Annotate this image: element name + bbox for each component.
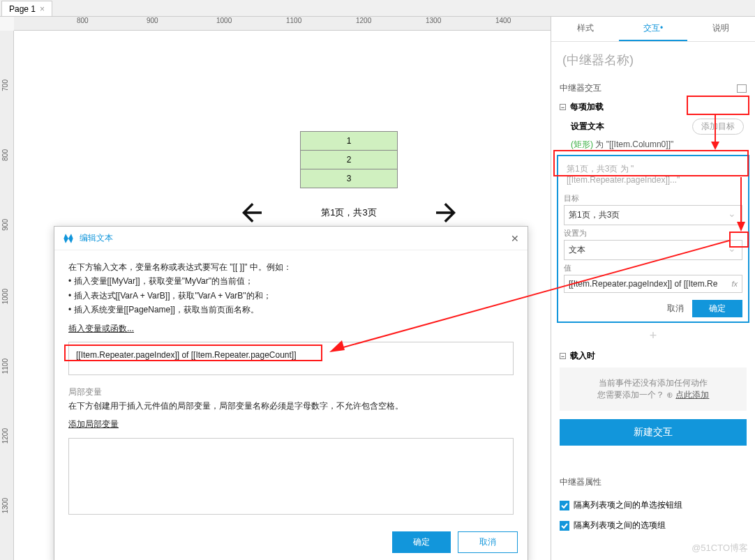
tab-notes[interactable]: 说明 <box>687 17 755 41</box>
action-target-green: (矩形) <box>571 139 593 149</box>
new-interaction-button[interactable]: 新建交互 <box>560 419 747 446</box>
repeater-row[interactable]: 1 <box>300 131 398 151</box>
section-label: 中继器交互 <box>560 82 601 94</box>
config-cancel[interactable]: 取消 <box>667 303 684 315</box>
popout-icon[interactable] <box>737 84 747 93</box>
instruction-bullet: • 插入系统变量[[PageName]]，获取当前页面名称。 <box>68 303 514 317</box>
inspector-tabs: 样式 交互• 说明 <box>551 17 755 42</box>
event-name: 每项加载 <box>570 101 604 113</box>
add-action-link[interactable]: 点此添加 <box>675 390 709 400</box>
page-tab[interactable]: Page 1 × <box>1 1 52 16</box>
expression-text: [[Item.Repeater.pageIndex]] of [[Item.Re… <box>76 350 297 360</box>
chevron-updown-icon: ⌄ <box>728 243 736 254</box>
widget-name-placeholder[interactable]: (中继器名称) <box>551 42 755 78</box>
dialog-title: 编辑文本 <box>80 232 113 244</box>
ruler-tick: 1300 <box>1 498 9 513</box>
ruler-tick: 1000 <box>216 17 232 24</box>
event-item-load[interactable]: − 每项加载 <box>551 98 755 116</box>
ruler-tick: 1300 <box>426 17 441 24</box>
event-load[interactable]: − 载入时 <box>551 347 755 365</box>
app-logo-icon <box>63 233 74 244</box>
fx-icon[interactable]: fx <box>731 280 738 288</box>
edit-text-dialog: 编辑文本 ✕ 在下方输入文本，变量名称或表达式要写在 "[[ ]]" 中。例如：… <box>54 226 528 560</box>
value-text: [[Item.Repeater.pageIndex]] of [[Item.Re <box>569 279 717 289</box>
target-value: 第1页，共3页 <box>569 210 620 220</box>
page-indicator: 第1页，共3页 <box>321 206 376 219</box>
local-var-header: 局部变量 <box>68 385 514 399</box>
section-repeater-props: 中继器属性 <box>551 472 755 492</box>
instruction-line: 在下方输入文本，变量名称或表达式要写在 "[[ ]]" 中。例如： <box>68 260 514 274</box>
expression-textarea[interactable]: [[Item.Repeater.pageIndex]] of [[Item.Re… <box>68 342 514 375</box>
ruler-tick: 800 <box>1 149 9 161</box>
setas-select[interactable]: 文本 ⌄ <box>564 240 742 260</box>
document-tab-bar: Page 1 × <box>0 0 755 17</box>
empty-actions-box: 当前事件还没有添加任何动作 您需要添加一个？ ⊕ 点此添加 <box>560 368 747 411</box>
insert-var-link[interactable]: 插入变量或函数... <box>68 321 134 335</box>
value-label: 值 <box>564 263 742 273</box>
action-name: 设置文本 <box>571 121 604 133</box>
target-select[interactable]: 第1页，共3页 ⌄ <box>564 205 742 225</box>
section-label: 中继器属性 <box>560 476 601 488</box>
checkbox-label: 隔离列表项之间的选项组 <box>574 520 666 531</box>
add-target-button[interactable]: 添加目标 <box>692 119 744 135</box>
config-ok[interactable]: 确定 <box>692 300 742 317</box>
checkbox-label: 隔离列表项之间的单选按钮组 <box>574 499 682 511</box>
add-case-button[interactable]: + <box>551 328 755 347</box>
dialog-cancel-button[interactable]: 取消 <box>458 531 518 553</box>
checkbox-checked-icon <box>560 521 569 531</box>
instruction-bullet: • 插入表达式[[VarA + VarB]]，获取"VarA + VarB"的和… <box>68 289 514 303</box>
watermark: @51CTO博客 <box>692 542 748 554</box>
ruler-tick: 1400 <box>495 17 511 24</box>
chevron-updown-icon: ⌄ <box>728 208 736 219</box>
checkbox-isolate-selection[interactable]: 隔离列表项之间的选项组 <box>560 515 747 536</box>
repeater-widget[interactable]: 1 2 3 <box>300 132 398 188</box>
local-var-desc: 在下方创建用于插入元件值的局部变量，局部变量名称必须是字母数字，不允许包含空格。 <box>68 399 514 413</box>
setas-label: 设置为 <box>564 228 742 239</box>
action-description: (矩形) 为 "[[Item.Column0]]" <box>551 137 755 155</box>
instruction-bullet: • 插入变量[[MyVar]]，获取变量"MyVar"的当前值； <box>68 274 514 288</box>
inspector-body: (中继器名称) 中继器交互 − 每项加载 设置文本 添加目标 (矩形) 为 "[… <box>551 42 755 560</box>
local-var-area[interactable] <box>68 438 514 515</box>
page-tab-label: Page 1 <box>9 4 36 14</box>
empty-line2a: 您需要添加一个？ <box>597 390 664 400</box>
ruler-tick: 1200 <box>1 428 9 444</box>
event-name: 载入时 <box>570 350 595 362</box>
ruler-tick: 800 <box>77 17 89 24</box>
tab-interactions[interactable]: 交互• <box>619 17 687 41</box>
svg-rect-1 <box>560 521 569 531</box>
dialog-body: 在下方输入文本，变量名称或表达式要写在 "[[ ]]" 中。例如： • 插入变量… <box>54 250 528 524</box>
inspector-panel: 样式 交互• 说明 (中继器名称) 中继器交互 − 每项加载 设置文本 添加目标… <box>551 17 755 560</box>
dialog-ok-button[interactable]: 确定 <box>392 531 451 553</box>
ruler-tick: 900 <box>147 17 158 24</box>
action-target-rest: 为 "[[Item.Column0]]" <box>593 139 673 149</box>
action-config-panel: 第1页，共3页 为 "[[Item.Repeater.pageIndex]]..… <box>557 155 749 323</box>
svg-rect-0 <box>560 501 569 510</box>
target-label: 目标 <box>564 193 742 204</box>
checkbox-isolate-radio[interactable]: 隔离列表项之间的单选按钮组 <box>560 495 747 515</box>
close-icon[interactable]: × <box>40 4 45 14</box>
config-summary: 第1页，共3页 为 "[[Item.Repeater.pageIndex]]..… <box>564 160 742 190</box>
collapse-icon[interactable]: − <box>560 104 566 110</box>
ruler-tick: 1200 <box>356 17 371 24</box>
dialog-footer: 确定 取消 <box>54 524 528 560</box>
dialog-titlebar: 编辑文本 ✕ <box>54 227 528 250</box>
ruler-vertical: 700 800 900 1000 1100 1200 1300 <box>0 31 14 560</box>
close-icon[interactable]: ✕ <box>511 233 519 244</box>
value-input[interactable]: [[Item.Repeater.pageIndex]] of [[Item.Re… <box>564 275 742 293</box>
ruler-horizontal: 800 900 1000 1100 1200 1300 1400 <box>14 17 551 31</box>
empty-line1: 当前事件还没有添加任何动作 <box>565 377 741 389</box>
collapse-icon[interactable]: − <box>560 353 566 359</box>
tab-style[interactable]: 样式 <box>551 17 619 41</box>
arrow-right-icon[interactable] <box>431 198 461 227</box>
section-repeater-interactions: 中继器交互 <box>551 78 755 98</box>
ruler-tick: 1100 <box>1 358 9 374</box>
repeater-row[interactable]: 2 <box>300 150 398 169</box>
repeater-row[interactable]: 3 <box>300 169 398 188</box>
ruler-tick: 700 <box>1 80 9 91</box>
arrow-left-icon[interactable] <box>237 198 267 227</box>
setas-value: 文本 <box>569 245 585 255</box>
pager-row: 第1页，共3页 <box>237 198 461 227</box>
ruler-tick: 900 <box>1 219 9 231</box>
action-set-text[interactable]: 设置文本 添加目标 <box>551 116 755 137</box>
add-local-var-link[interactable]: 添加局部变量 <box>68 417 119 431</box>
